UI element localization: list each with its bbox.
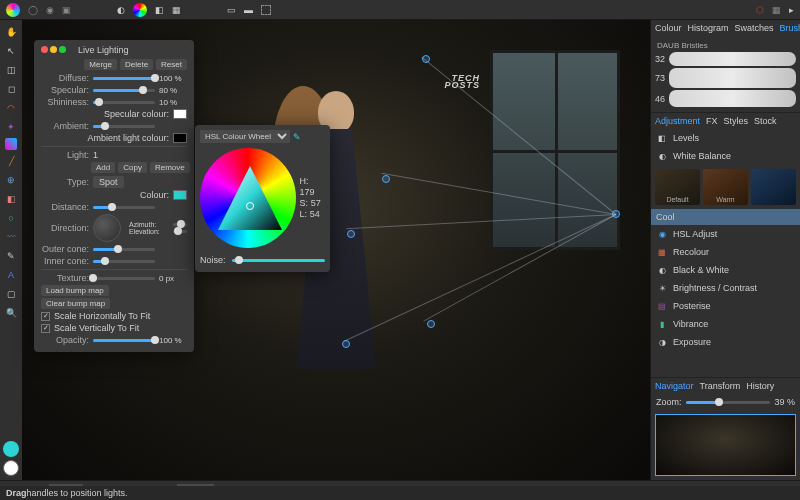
zoom-tool-icon[interactable]: 🔍	[3, 305, 19, 321]
light-handle[interactable]	[382, 175, 390, 183]
persona-develop-icon[interactable]: ▣	[62, 5, 71, 15]
tab-adjustment[interactable]: Adjustment	[655, 116, 700, 126]
panel-opacity-slider[interactable]	[93, 339, 155, 342]
crop-tool-icon[interactable]: ◫	[3, 62, 19, 78]
colour-wheel-icon[interactable]	[133, 3, 147, 17]
adjustment-hsl[interactable]: ◉HSL Adjust	[651, 225, 800, 243]
specular-slider[interactable]	[93, 89, 155, 92]
clone-tool-icon[interactable]: ⊕	[3, 172, 19, 188]
preset-warm[interactable]: Warm	[703, 169, 748, 205]
smudge-tool-icon[interactable]: 〰	[3, 229, 19, 245]
tab-transform[interactable]: Transform	[700, 381, 741, 391]
right-studio: Colour Histogram Swatches Brushes DAUB B…	[650, 20, 800, 480]
tab-styles[interactable]: Styles	[724, 116, 749, 126]
light-colour-swatch[interactable]	[173, 190, 187, 200]
assistant-icon[interactable]: ▭	[227, 5, 236, 15]
erase-tool-icon[interactable]: ◧	[3, 191, 19, 207]
pen-tool-icon[interactable]: ✎	[3, 248, 19, 264]
adjustment-brightness[interactable]: ☀Brightness / Contrast	[651, 279, 800, 297]
adjustment-posterise[interactable]: ▤Posterise	[651, 297, 800, 315]
azimuth-slider[interactable]	[173, 223, 187, 226]
scale-h-checkbox[interactable]: ✓Scale Horizontally To Fit	[41, 311, 187, 321]
paintbrush-tool-icon[interactable]: ╱	[3, 153, 19, 169]
delete-button[interactable]: Delete	[120, 59, 153, 70]
texture-slider[interactable]	[93, 277, 155, 280]
colour-mode-select[interactable]: HSL Colour Wheel	[200, 130, 290, 143]
tab-navigator[interactable]: Navigator	[655, 381, 694, 391]
lasso-tool-icon[interactable]: ◠	[3, 100, 19, 116]
reset-button[interactable]: Reset	[156, 59, 187, 70]
adjustment-levels[interactable]: ◧Levels	[651, 129, 800, 147]
background-colour[interactable]	[3, 460, 19, 476]
brush-preset[interactable]: 46	[655, 89, 796, 108]
diffuse-slider[interactable]	[93, 77, 155, 80]
adjustment-white-balance[interactable]: ◐White Balance	[651, 147, 800, 165]
live-lighting-panel[interactable]: Live Lighting Merge Delete Reset Diffuse…	[34, 40, 194, 352]
text-tool-icon[interactable]: A	[3, 267, 19, 283]
foreground-colour[interactable]	[3, 441, 19, 457]
eyedropper-icon[interactable]: ✎	[293, 132, 301, 142]
dodge-tool-icon[interactable]: ○	[3, 210, 19, 226]
ambient-slider[interactable]	[93, 125, 155, 128]
tab-history[interactable]: History	[746, 381, 774, 391]
direction-knob[interactable]	[93, 214, 121, 242]
distance-slider[interactable]	[93, 206, 155, 209]
move-tool-icon[interactable]: ↖	[3, 43, 19, 59]
shape-tool-icon[interactable]: ▢	[3, 286, 19, 302]
preset-cool-label[interactable]: Cool	[651, 209, 800, 225]
outer-cone-slider[interactable]	[93, 248, 155, 251]
shininess-slider[interactable]	[93, 101, 155, 104]
tab-fx[interactable]: FX	[706, 116, 718, 126]
selection-icon[interactable]	[261, 5, 271, 15]
preset-default[interactable]: Default	[655, 169, 700, 205]
window-controls[interactable]	[41, 45, 68, 55]
adjustment-exposure[interactable]: ◑Exposure	[651, 333, 800, 351]
snap-icon[interactable]: ⬡	[756, 5, 764, 15]
tab-brushes[interactable]: Brushes	[780, 23, 800, 33]
brush-preset[interactable]: 32	[655, 51, 796, 67]
merge-button[interactable]: Merge	[84, 59, 117, 70]
marquee-tool-icon[interactable]: ◻	[3, 81, 19, 97]
hsl-colour-wheel[interactable]	[200, 148, 296, 248]
inner-cone-slider[interactable]	[93, 260, 155, 263]
brush-preset[interactable]: 73	[655, 67, 796, 89]
adjustment-recolour[interactable]: ▦Recolour	[651, 243, 800, 261]
crop-grid-icon[interactable]: ▦	[172, 5, 181, 15]
view-tool-icon[interactable]: ◐	[117, 5, 125, 15]
noise-slider[interactable]	[232, 259, 325, 262]
tab-stock[interactable]: Stock	[754, 116, 777, 126]
status-bar: Drag handles to position lights.	[0, 486, 800, 500]
type-select[interactable]: Spot	[93, 176, 124, 188]
light-handle[interactable]	[427, 320, 435, 328]
load-bump-button[interactable]: Load bump map	[41, 285, 109, 296]
copy-light-button[interactable]: Copy	[118, 162, 147, 173]
brushes-panel: DAUB Bristles 32 73 46	[651, 36, 800, 112]
hand-tool-icon[interactable]: ✋	[3, 24, 19, 40]
grid-icon[interactable]: ▦	[772, 5, 781, 15]
zoom-slider[interactable]	[686, 401, 771, 404]
adjust-icon[interactable]: ◧	[155, 5, 164, 15]
arrange-icon[interactable]: ▸	[789, 5, 794, 15]
add-light-button[interactable]: Add	[91, 162, 115, 173]
spec-colour-swatch[interactable]	[173, 109, 187, 119]
gradient-tool-icon[interactable]	[5, 138, 17, 150]
stack-icon[interactable]: ▬	[244, 5, 253, 15]
persona-photo-icon[interactable]: ◯	[28, 5, 38, 15]
navigator-thumbnail[interactable]	[655, 414, 796, 476]
amb-colour-swatch[interactable]	[173, 133, 187, 143]
elevation-slider[interactable]	[173, 230, 187, 233]
tab-swatches[interactable]: Swatches	[735, 23, 774, 33]
adjustment-vibrance[interactable]: ▮Vibrance	[651, 315, 800, 333]
flood-tool-icon[interactable]: ✦	[3, 119, 19, 135]
light-handle[interactable]	[347, 230, 355, 238]
preset-cool[interactable]	[751, 169, 796, 205]
persona-liquify-icon[interactable]: ◉	[46, 5, 54, 15]
scale-v-checkbox[interactable]: ✓Scale Vertically To Fit	[41, 323, 187, 333]
tab-histogram[interactable]: Histogram	[688, 23, 729, 33]
tab-colour[interactable]: Colour	[655, 23, 682, 33]
remove-light-button[interactable]: Remove	[150, 162, 190, 173]
clear-bump-button[interactable]: Clear bump map	[41, 298, 110, 309]
adjustment-bw[interactable]: ◐Black & White	[651, 261, 800, 279]
colour-picker-popover[interactable]: HSL Colour Wheel ✎ H: 179 S: 57 L: 54 No…	[195, 125, 330, 272]
brush-set-select[interactable]: DAUB Bristles	[655, 40, 796, 51]
